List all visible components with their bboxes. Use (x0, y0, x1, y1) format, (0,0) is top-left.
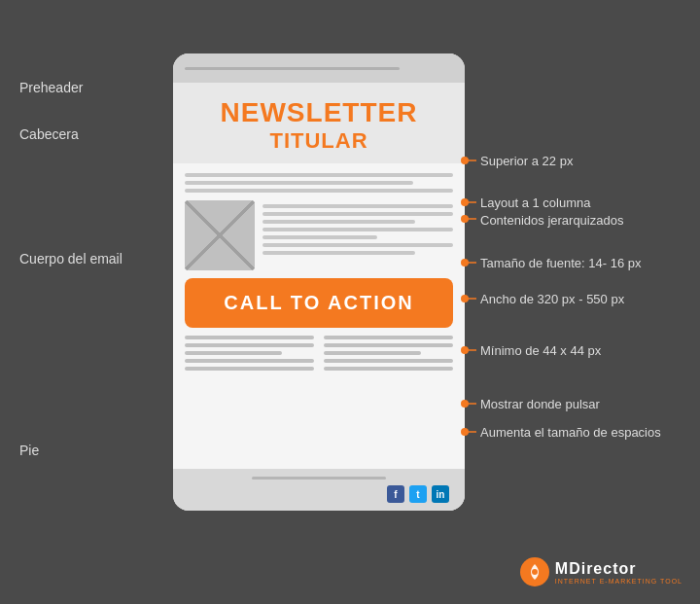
footer-col-left (185, 336, 314, 371)
text-line (262, 212, 453, 216)
facebook-icon[interactable]: f (387, 485, 404, 503)
text-line (262, 243, 453, 247)
content-line (185, 189, 453, 193)
footer-line (324, 367, 453, 371)
social-icons: f t in (185, 485, 453, 503)
mdirector-logo: MDirector INTERNET E-MARKETING TOOL (520, 557, 682, 586)
label-cabecera: Cabecera (19, 126, 79, 142)
text-line (262, 220, 415, 224)
logo-main-text: MDirector (555, 560, 682, 578)
annotation-aumenta: Aumenta el tamaño de espacios (480, 423, 661, 441)
logo-icon (520, 557, 549, 586)
footer-line (324, 336, 453, 339)
annotation-ancho: Ancho de 320 px - 550 px (480, 290, 624, 307)
preheader-section (173, 53, 465, 83)
footer-line (185, 367, 314, 371)
image-placeholder (185, 200, 255, 270)
body-section: CALL TO ACTION (173, 163, 465, 469)
pie-section: f t in (173, 469, 465, 511)
newsletter-title-line2: TITULAR (183, 128, 455, 154)
annotation-superior: Superior a 22 px (480, 152, 573, 169)
footer-line (185, 336, 314, 339)
footer-line (324, 359, 453, 363)
image-text-row (185, 200, 453, 270)
mdirector-logo-svg (525, 562, 544, 582)
content-lines-top (185, 173, 453, 193)
content-line (185, 181, 413, 185)
text-lines (262, 200, 453, 255)
footer-col-right (324, 336, 453, 371)
footer-line (185, 359, 314, 363)
linkedin-icon[interactable]: in (432, 485, 449, 503)
pie-top-line (252, 477, 386, 480)
footer-line (324, 343, 453, 347)
cta-button[interactable]: CALL TO ACTION (185, 278, 453, 328)
label-pie: Pie (19, 443, 39, 458)
preheader-line (185, 67, 400, 70)
text-line (262, 251, 415, 255)
header-section: NEWSLETTER TITULAR (173, 83, 465, 163)
text-line (262, 204, 453, 208)
footer-line (185, 351, 282, 355)
annotation-minimo: Mínimo de 44 x 44 px (480, 341, 601, 359)
logo-text-block: MDirector INTERNET E-MARKETING TOOL (555, 560, 682, 585)
text-line (262, 235, 377, 239)
left-labels: Preheader Cabecera Cuerpo del email Pie (19, 0, 146, 604)
footer-line (324, 351, 421, 355)
email-mockup: NEWSLETTER TITULAR CALL TO ACTION (173, 53, 465, 511)
footer-lines-area (185, 336, 453, 371)
newsletter-title-line1: NEWSLETTER (183, 98, 455, 128)
label-cuerpo: Cuerpo del email (19, 251, 122, 266)
annotation-contenidos: Contenidos jerarquizados (480, 211, 623, 229)
svg-point-16 (532, 569, 538, 575)
text-line (262, 228, 453, 231)
footer-line (185, 343, 314, 347)
annotation-fuente: Tamaño de fuente: 14- 16 px (480, 254, 642, 271)
label-preheader: Preheader (19, 80, 83, 95)
twitter-icon[interactable]: t (409, 485, 427, 503)
annotation-mostrar: Mostrar donde pulsar (480, 395, 600, 412)
annotation-layout: Layout a 1 columna (480, 194, 590, 211)
logo-sub-text: INTERNET E-MARKETING TOOL (555, 578, 682, 585)
content-line (185, 173, 453, 177)
